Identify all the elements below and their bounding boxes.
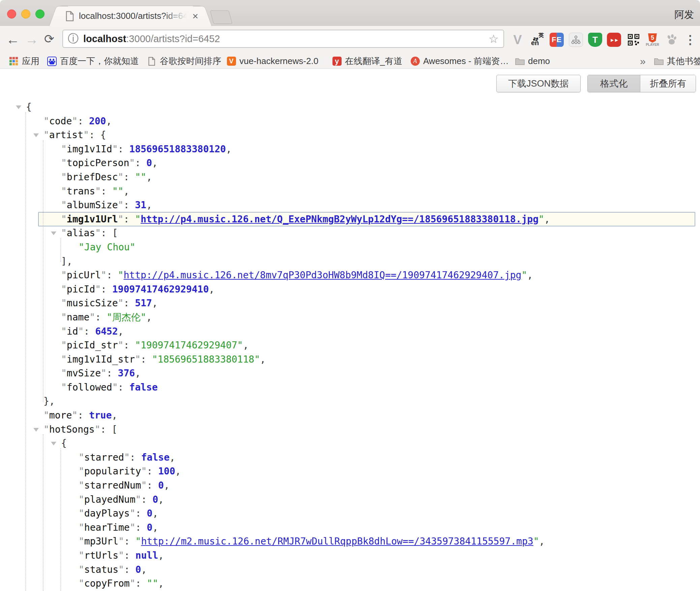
- document-icon: [147, 57, 156, 66]
- bookmark-google-sort[interactable]: 谷歌按时间排序: [147, 54, 221, 68]
- json-line: "briefDesc": "",: [0, 170, 700, 184]
- page-favicon-icon: [65, 11, 74, 21]
- sitemap-extension-icon[interactable]: [569, 33, 583, 47]
- browser-window: localhost:3000/artists?id=645 × 阿发 ← → ⟳…: [0, 0, 700, 591]
- json-line: "starred": false,: [0, 450, 700, 465]
- folder-icon: [654, 57, 664, 66]
- paw-extension-icon[interactable]: [664, 33, 678, 47]
- json-line: "trans": "",: [0, 184, 700, 198]
- json-line: "img1v1Id_str": "18569651883380118",: [0, 352, 700, 367]
- close-window-button[interactable]: [7, 9, 16, 19]
- json-line: "code": 200,: [0, 114, 700, 128]
- address-bar[interactable]: ⓘ localhost:3000/artists?id=6452 ☆: [62, 30, 504, 48]
- vue-v-icon: V: [227, 57, 236, 66]
- fe-extension-icon[interactable]: FE: [550, 33, 564, 47]
- reload-icon[interactable]: ⟳: [44, 31, 54, 48]
- json-line: "status": 0,: [0, 563, 700, 577]
- bookmark-youdao-translate[interactable]: y 在线翻译_有道: [332, 54, 402, 68]
- tab-title: localhost:3000/artists?id=645: [79, 11, 187, 21]
- toolbar: ← → ⟳ ⓘ localhost:3000/artists?id=6452 ☆…: [0, 26, 700, 54]
- json-line: "popularity": 100,: [0, 464, 700, 478]
- json-line: "alias": [: [0, 226, 700, 240]
- back-icon[interactable]: ←: [6, 30, 20, 49]
- minimize-window-button[interactable]: [21, 9, 30, 19]
- vue-devtools-icon[interactable]: V: [511, 33, 525, 47]
- tab-title-fade: [163, 11, 187, 21]
- json-line: "dayPlays": 0,: [0, 506, 700, 521]
- json-line: "mp3Url": "http://m2.music.126.net/RMJR7…: [0, 534, 700, 549]
- forward-icon[interactable]: →: [25, 30, 38, 49]
- collapse-toggle-icon[interactable]: [51, 231, 56, 235]
- folder-icon: [515, 57, 525, 66]
- tab-close-icon[interactable]: ×: [192, 11, 198, 21]
- json-line: "picUrl": "http://p4.music.126.net/8mv7q…: [0, 268, 700, 282]
- bookmark-vue-hackernews[interactable]: V vue-hackernews-2.0: [227, 54, 318, 68]
- json-line: "followed": false: [0, 380, 700, 395]
- indent-guide-line: [43, 434, 43, 591]
- qr-code-icon[interactable]: [626, 33, 641, 47]
- json-line: "picId": 19097417462929410,: [0, 282, 700, 297]
- baidu-paw-icon: [47, 57, 57, 66]
- tampermonkey-shield-icon[interactable]: T: [588, 33, 602, 47]
- browser-menu-icon[interactable]: ⋮: [683, 33, 697, 47]
- json-line: "artist": {: [0, 128, 700, 142]
- json-viewer: {"code": 200,"artist": {"img1v1Id": 1856…: [0, 100, 700, 591]
- format-button[interactable]: 格式化: [588, 75, 640, 92]
- json-line: "img1v1Url": "http://p4.music.126.net/Q_…: [0, 212, 700, 226]
- json-url-link[interactable]: http://m2.music.126.net/RMJR7wDullRqppBk…: [141, 536, 533, 547]
- json-line: },: [0, 394, 700, 408]
- json-url-link[interactable]: http://p4.music.126.net/Q_ExePNkmgB2yWyL…: [141, 214, 538, 225]
- indent-guide-line: [60, 448, 61, 591]
- indent-guide-line: [43, 140, 43, 402]
- collapse-toggle-icon[interactable]: [51, 442, 56, 445]
- json-line: "musicSize": 517,: [0, 296, 700, 310]
- collapse-toggle-icon[interactable]: [33, 428, 39, 432]
- json-line: "copyFrom": "",: [0, 577, 700, 591]
- awesomes-a-icon: A: [410, 57, 420, 66]
- download-json-button[interactable]: 下载JSON数据: [496, 75, 581, 92]
- json-line: "more": true,: [0, 408, 700, 423]
- collapse-all-button[interactable]: 折叠所有: [640, 75, 696, 92]
- bookmark-apps[interactable]: 应用: [9, 54, 39, 68]
- url-text[interactable]: localhost:3000/artists?id=6452: [83, 33, 220, 44]
- json-line: "starredNum": 0,: [0, 478, 700, 493]
- bookmark-baidu[interactable]: 百度一下，你就知道: [47, 54, 139, 68]
- json-line: "id": 6452,: [0, 324, 700, 339]
- json-line: "Jay Chou": [0, 240, 700, 254]
- bookmark-awesomes[interactable]: A Awesomes - 前端资…: [410, 54, 509, 68]
- json-line: "playedNum": 0,: [0, 493, 700, 507]
- apps-grid-icon: [9, 57, 19, 66]
- json-line: "picId_str": "19097417462929407",: [0, 338, 700, 352]
- bookmarks-bar: 应用 百度一下，你就知道 谷歌按时间排序: [0, 54, 700, 69]
- collapse-toggle-icon[interactable]: [16, 105, 21, 109]
- zoom-window-button[interactable]: [35, 9, 45, 19]
- bookmark-folder-demo[interactable]: demo: [515, 54, 550, 68]
- video-speed-icon[interactable]: ►►: [607, 33, 621, 47]
- bookmarks-overflow-chevron[interactable]: »: [640, 54, 646, 68]
- format-collapse-segmented-control: 格式化 折叠所有: [587, 75, 696, 92]
- bookmark-star-icon[interactable]: ☆: [489, 32, 499, 45]
- json-line: "mvSize": 376,: [0, 366, 700, 380]
- translate-extension-icon[interactable]: 英 ⇄ en: [530, 33, 545, 47]
- json-line: "name": "周杰伦",: [0, 310, 700, 324]
- profile-name[interactable]: 阿发: [674, 8, 694, 22]
- youdao-y-icon: y: [332, 57, 342, 66]
- json-line: "topicPerson": 0,: [0, 156, 700, 170]
- traffic-lights: [7, 9, 45, 19]
- browser-tab[interactable]: localhost:3000/artists?id=645 ×: [58, 6, 203, 26]
- new-tab-button[interactable]: [210, 10, 233, 24]
- json-line: {: [0, 100, 700, 114]
- tab-strip: localhost:3000/artists?id=645 × 阿发: [0, 0, 700, 26]
- json-line: "hotSongs": [: [0, 423, 700, 437]
- json-line: "albumSize": 31,: [0, 198, 700, 212]
- page-info-icon[interactable]: ⓘ: [68, 31, 79, 46]
- html5-player-icon[interactable]: 5 PLAYER: [645, 33, 660, 47]
- other-bookmarks-folder[interactable]: 其他书签: [654, 54, 700, 68]
- indent-guide-line: [25, 112, 26, 591]
- json-url-link[interactable]: http://p4.music.126.net/8mv7qP30Pd3oHW8b…: [123, 270, 521, 281]
- json-line: ],: [0, 254, 700, 269]
- collapse-toggle-icon[interactable]: [33, 133, 39, 137]
- json-line: "img1v1Id": 18569651883380120,: [0, 142, 700, 156]
- json-line: {: [0, 436, 700, 450]
- json-line: "rtUrls": null,: [0, 549, 700, 563]
